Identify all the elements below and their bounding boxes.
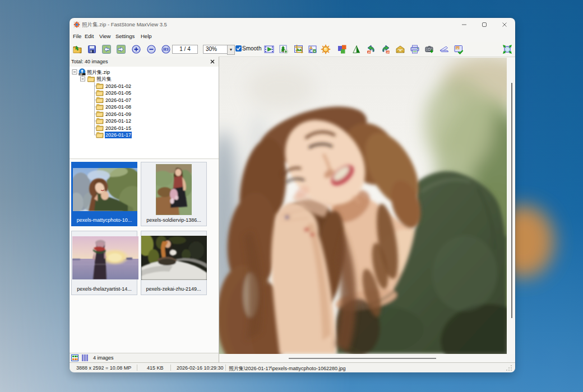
svg-text:JPG: JPG — [386, 51, 391, 54]
svg-text:JPG: JPG — [367, 51, 372, 54]
svg-text:ZIP: ZIP — [80, 73, 83, 76]
svg-text:B: B — [313, 48, 317, 54]
